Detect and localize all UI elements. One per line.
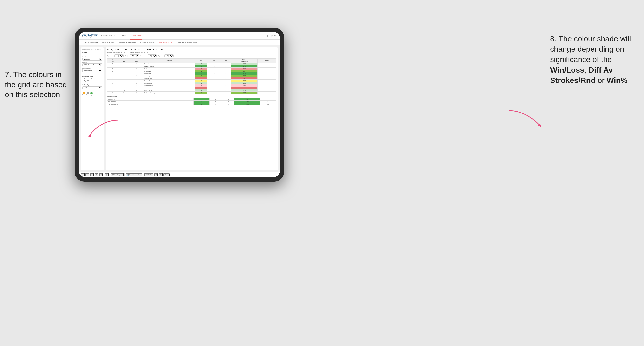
gender-select[interactable]: Women's xyxy=(82,58,102,61)
legend-up-dot xyxy=(90,92,93,94)
eye-icon: 👁 xyxy=(146,174,147,175)
table-row: Foreign Team 1 0 0 4.500 2 xyxy=(107,98,276,101)
filter-opponents-select[interactable]: (All) xyxy=(114,54,124,57)
radio-top100[interactable]: Top 100 xyxy=(82,80,102,82)
view-icon: ⊞ xyxy=(112,174,113,175)
th-div: #Div xyxy=(107,59,118,63)
th-conf: #Conf xyxy=(130,59,144,63)
annotation-right: 8. The colour shade will change dependin… xyxy=(550,34,639,86)
radio-dot-top100 xyxy=(82,80,84,82)
th-diff: Diff AvStrokes/Rnd xyxy=(231,59,258,63)
sidebar-player-title: Player xyxy=(82,52,102,53)
arrow-right xyxy=(509,108,557,127)
legend-up-label: Up xyxy=(90,94,93,96)
radio-opponents-played[interactable]: Opponents Played xyxy=(82,78,102,80)
tablet-frame: SCOREBOARD Powered by clippd TOURNAMENTS… xyxy=(75,28,284,181)
sub-nav-player-h2h-grid[interactable]: PLAYER H2H GRID xyxy=(159,40,175,45)
save-custom-btn[interactable]: 💾 Save Custom View xyxy=(126,173,142,176)
player-rank-select[interactable]: 8. Katelyn Vo xyxy=(82,69,102,72)
division-label: Division xyxy=(82,62,102,63)
player-rank-label: Player (Rank) xyxy=(82,68,102,69)
copy-btn[interactable]: ⊞ xyxy=(94,173,98,176)
legend-level-dot xyxy=(87,92,89,94)
redo-btn[interactable]: ↪ xyxy=(86,173,89,176)
table-row: 1474 Eunice Yi 2 2 0 0.38 9 xyxy=(107,80,276,82)
step-back-btn[interactable]: ↩ xyxy=(90,173,94,176)
sign-out-link[interactable]: Sign out xyxy=(269,32,277,40)
gender-label: Gender xyxy=(82,56,102,57)
share-btn[interactable]: Share xyxy=(164,173,170,176)
filter-opponent-select[interactable]: (All) xyxy=(164,54,174,57)
toolbar-sep-4 xyxy=(143,173,143,176)
grid-area: Katelyn Vo Head-to-Head Grid for Women's… xyxy=(106,47,278,170)
filter-region: Region (All) xyxy=(125,54,139,57)
table-row: 1585 Stella Cheng 1 0 0 1.25 4 xyxy=(107,82,276,84)
legend-level-label: Level xyxy=(86,94,89,96)
legend-down-label: Down xyxy=(82,94,86,96)
nav-right: ›| Sign out xyxy=(267,32,277,40)
sub-nav-player-h2h-heatmap[interactable]: PLAYER H2H HEATMAP xyxy=(178,40,198,45)
th-rounds: Rounds xyxy=(258,59,276,63)
sub-nav-player-summary[interactable]: PLAYER SUMMARY xyxy=(140,40,156,45)
th-win: Win xyxy=(196,59,207,63)
th-reg: #Reg xyxy=(118,59,130,63)
filter-conference-select[interactable]: (All) xyxy=(148,54,157,57)
out-division-title: Out of division xyxy=(107,95,276,97)
table-row: 1822 Euna Lee 0 1 0 -5.00 2 xyxy=(107,87,276,89)
present-btn[interactable]: ⊡ xyxy=(154,173,158,176)
table-row: 1063 Andrea York 2 0 0 4.00 4 xyxy=(107,72,276,75)
nav-links: TOURNAMENTS TEAMS COMMITTEE xyxy=(100,32,267,40)
out-division-table: Foreign Team 1 0 0 4.500 2 NAIA Division… xyxy=(107,98,276,105)
division-record-label: Division Record: 331 - 34 - 6 xyxy=(130,51,148,53)
sub-nav-team-summary[interactable]: TEAM SUMMARY xyxy=(84,40,98,45)
radio-dot-played xyxy=(82,78,84,80)
legend-down-dot xyxy=(82,92,85,94)
table-row: NCAA Division 2 5 0 0 7.400 10 xyxy=(107,103,276,105)
main-content: Last Updated: 27/03/2024 16:55:38 Player… xyxy=(79,45,280,172)
logo: SCOREBOARD Powered by clippd xyxy=(82,34,98,37)
opponent-view-title: Opponent view xyxy=(82,76,102,77)
sidebar-timestamp: Last Updated: 27/03/2024 16:55:38 xyxy=(82,49,102,50)
colour-by-select[interactable]: Win/loss xyxy=(82,86,102,89)
table-row: 20117 Federica Domecq Lacroze 2 1 0 1.33… xyxy=(107,92,276,94)
th-tie: Tie xyxy=(221,59,231,63)
filter-conference: Conference (All) xyxy=(140,54,157,57)
table-row: 914 Sharon Mun 1 0 0 3.67 3 xyxy=(107,70,276,72)
toolbar-sep-2 xyxy=(110,173,110,176)
colour-legend: Down Level Up xyxy=(82,92,102,96)
nav-teams[interactable]: TEAMS xyxy=(119,32,126,40)
clock-btn[interactable]: ◷ xyxy=(105,173,108,176)
table-row: 613 Sydney Kuo 1 1 0 -1.00 xyxy=(107,68,276,70)
reset-btn[interactable]: ↺ xyxy=(99,173,103,176)
watch-btn[interactable]: 👁 Watch ▾ xyxy=(144,173,153,176)
grid-records: Overall Record: 353 - 34 - 6 Division Re… xyxy=(107,51,276,53)
save-icon: 💾 xyxy=(127,174,128,175)
undo-btn[interactable]: ↩ xyxy=(81,173,84,176)
nav-tournaments[interactable]: TOURNAMENTS xyxy=(100,32,115,40)
sub-nav-team-h2h-heatmap[interactable]: TEAM H2H HEATMAP xyxy=(118,40,136,45)
data-table: #Div #Reg #Conf Opponent Win Loss Tie Di… xyxy=(107,58,276,94)
table-row: 522 Alexis Sudjianto 1 0 0 4.00 3 xyxy=(107,65,276,68)
sidebar: Last Updated: 27/03/2024 16:55:38 Player… xyxy=(81,47,104,170)
toolbar-sep-3 xyxy=(124,173,125,176)
sub-nav-team-h2h-grid[interactable]: TEAM H2H GRID xyxy=(101,40,116,45)
table-row: NAIA Division 1 15 0 0 9.267 30 xyxy=(107,101,276,103)
filter-region-select[interactable]: (All) xyxy=(130,54,139,57)
filters-row: Opponents: (All) Region (All) Conference xyxy=(107,54,276,57)
grid-title: Katelyn Vo Head-to-Head Grid for Women's… xyxy=(107,49,276,51)
view-original-btn[interactable]: ⊞ View: Original xyxy=(111,173,124,176)
toolbar-sep-1 xyxy=(104,173,104,176)
nav-separator: ›| xyxy=(267,35,268,36)
nav-committee[interactable]: COMMITTEE xyxy=(130,32,142,40)
table-row: 311 Esther Lee 1 0 1 1.50 4 xyxy=(107,63,276,65)
annotation-left: 7. The colours in the grid are based on … xyxy=(5,70,72,100)
table-row: 1311 Jessica Huang 0 1 0 -3.00 2 xyxy=(107,77,276,80)
filter-opponent: Opponent (All) xyxy=(158,54,174,57)
division-select[interactable]: NCAA Division III xyxy=(82,63,102,66)
grid-btn[interactable]: ⊞ xyxy=(159,173,162,176)
sub-nav: TEAM SUMMARY TEAM H2H GRID TEAM H2H HEAT… xyxy=(79,40,280,45)
table-row: 19106 Emily Chang 4 1 0 0.30 11 xyxy=(107,89,276,92)
nav-bar: SCOREBOARD Powered by clippd TOURNAMENTS… xyxy=(79,32,280,40)
arrow-left xyxy=(70,118,118,137)
th-loss: Loss xyxy=(207,59,221,63)
